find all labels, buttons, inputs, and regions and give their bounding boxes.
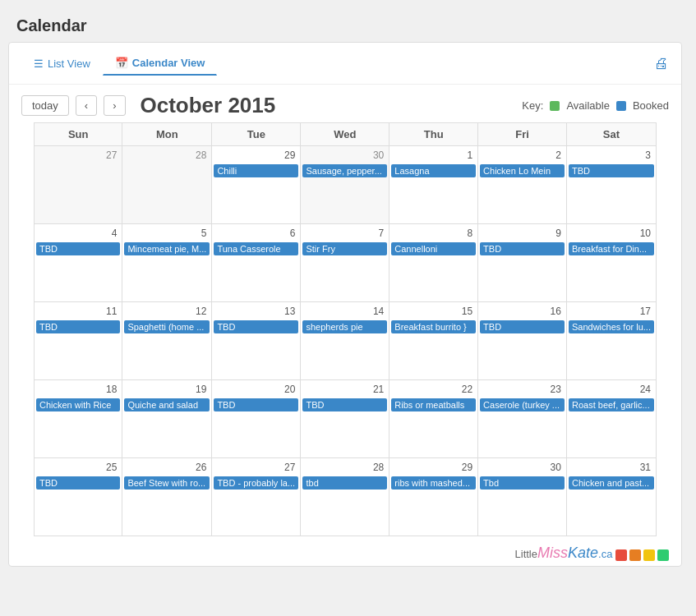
day-number: 18 — [36, 382, 120, 397]
day-number: 17 — [569, 304, 654, 319]
list-view-label: List View — [48, 57, 90, 70]
calendar-event[interactable]: TBD — [214, 398, 298, 411]
calendar-event[interactable]: TBD — [214, 320, 298, 333]
calendar-event[interactable]: Chilli — [214, 164, 298, 177]
calendar-cell: 7Stir Fry — [301, 224, 389, 302]
calendar-event[interactable]: Sandwiches for lu... — [569, 320, 654, 333]
day-number: 30 — [302, 148, 387, 163]
today-button[interactable]: today — [21, 95, 69, 116]
calendar-cell: 16TBD — [478, 302, 567, 380]
footer-icon-3 — [643, 549, 655, 561]
calendar-event[interactable]: Spaghetti (home ... — [124, 320, 210, 333]
calendar-cell: 23Caserole (turkey ... — [478, 380, 567, 458]
calendar-event[interactable]: TBD — [302, 398, 387, 411]
calendar-event[interactable]: TBD — [480, 242, 565, 255]
day-number: 20 — [214, 382, 298, 397]
print-button[interactable]: 🖨 — [654, 55, 669, 72]
day-number: 28 — [302, 460, 387, 475]
nav-bar: today ‹ › October 2015 Key: Available Bo… — [9, 85, 681, 122]
day-number: 4 — [36, 226, 120, 241]
calendar-wrapper: SunMonTueWedThuFriSat 272829Chilli30Saus… — [9, 122, 681, 536]
list-view-button[interactable]: ☰ List View — [21, 52, 103, 76]
day-number: 24 — [569, 382, 654, 397]
day-number: 14 — [302, 304, 387, 319]
day-number: 9 — [480, 226, 565, 241]
calendar-view-button[interactable]: 📅 Calendar View — [103, 51, 218, 76]
calendar-cell: 30Sausage, pepper... — [301, 146, 389, 224]
weekday-header-tue: Tue — [212, 123, 301, 146]
calendar-cell: 18Chicken with Rice — [35, 380, 122, 458]
day-number: 21 — [302, 382, 387, 397]
calendar-event[interactable]: TBD — [36, 476, 120, 490]
calendar-cell: 24Roast beef, garlic... — [566, 380, 656, 458]
day-number: 28 — [124, 148, 210, 163]
calendar-event[interactable]: Tbd — [480, 476, 565, 490]
calendar-event[interactable]: TBD — [36, 320, 120, 333]
calendar-event[interactable]: TBD — [569, 164, 654, 177]
calendar-cell: 26Beef Stew with ro... — [122, 458, 212, 536]
calendar-icon: 📅 — [115, 57, 128, 69]
weekday-header-mon: Mon — [122, 123, 212, 146]
calendar-event[interactable]: Sausage, pepper... — [302, 164, 387, 177]
calendar-event[interactable]: TBD - probably la... — [214, 476, 298, 490]
day-number: 10 — [569, 226, 654, 241]
calendar-event[interactable]: Ribs or meatballs — [391, 398, 476, 411]
calendar-event[interactable]: Tuna Casserole — [214, 242, 298, 255]
calendar-event[interactable]: Chicken and past... — [569, 476, 654, 490]
day-number: 11 — [36, 304, 120, 319]
calendar-cell: 1Lasagna — [389, 146, 478, 224]
footer-kate: Kate — [568, 545, 598, 561]
calendar-cell: 29Chilli — [212, 146, 301, 224]
day-number: 1 — [391, 148, 476, 163]
calendar-view-label: Calendar View — [132, 57, 205, 69]
calendar-event[interactable]: Caserole (turkey ... — [480, 398, 565, 411]
booked-label: Booked — [633, 99, 669, 112]
calendar-event[interactable]: TBD — [36, 242, 120, 255]
calendar-event[interactable]: TBD — [480, 320, 565, 333]
week-row-0: 272829Chilli30Sausage, pepper...1Lasagna… — [35, 146, 657, 224]
weekday-header-thu: Thu — [389, 123, 478, 146]
calendar-event[interactable]: ribs with mashed... — [391, 476, 476, 490]
booked-dot — [616, 101, 626, 111]
weekday-header-sat: Sat — [566, 123, 656, 146]
day-number: 8 — [391, 226, 476, 241]
calendar-event[interactable]: Breakfast for Din... — [569, 242, 654, 255]
calendar-cell: 10Breakfast for Din... — [566, 224, 656, 302]
calendar-event[interactable]: Lasagna — [391, 164, 476, 177]
calendar-event[interactable]: Mincemeat pie, M... — [124, 242, 210, 255]
calendar-event[interactable]: Chicken with Rice — [36, 398, 120, 411]
footer-miss: Miss — [537, 545, 568, 561]
calendar-event[interactable]: Breakfast burrito } — [391, 320, 476, 333]
calendar-event[interactable]: Beef Stew with ro... — [124, 476, 210, 490]
calendar-cell: 25TBD — [35, 458, 122, 536]
calendar-event[interactable]: Roast beef, garlic... — [569, 398, 654, 411]
prev-button[interactable]: ‹ — [76, 95, 97, 116]
calendar-event[interactable]: Stir Fry — [302, 242, 387, 255]
day-number: 2 — [480, 148, 565, 163]
week-row-4: 25TBD26Beef Stew with ro...27TBD - proba… — [35, 458, 657, 536]
calendar-cell: 12Spaghetti (home ... — [122, 302, 212, 380]
calendar-event[interactable]: shepherds pie — [302, 320, 387, 333]
day-number: 15 — [391, 304, 476, 319]
next-button[interactable]: › — [104, 95, 125, 116]
calendar-event[interactable]: Quiche and salad — [124, 398, 210, 411]
nav-left: today ‹ › October 2015 — [21, 93, 275, 118]
key-area: Key: Available Booked — [522, 99, 669, 112]
calendar-container: ☰ List View 📅 Calendar View 🖨 today ‹ › … — [8, 42, 682, 567]
calendar-cell: 28tbd — [301, 458, 389, 536]
calendar-event[interactable]: tbd — [302, 476, 387, 490]
calendar-event[interactable]: Cannelloni — [391, 242, 476, 255]
calendar-cell: 22Ribs or meatballs — [389, 380, 478, 458]
list-icon: ☰ — [34, 57, 44, 70]
footer-icon-2 — [629, 549, 641, 561]
day-number: 3 — [569, 148, 654, 163]
toolbar-left: ☰ List View 📅 Calendar View — [21, 51, 217, 76]
key-label: Key: — [522, 99, 543, 112]
calendar-event[interactable]: Chicken Lo Mein — [480, 164, 565, 177]
day-number: 16 — [480, 304, 565, 319]
day-number: 29 — [214, 148, 298, 163]
weekday-header-fri: Fri — [478, 123, 567, 146]
footer-icons — [615, 549, 669, 561]
available-dot — [550, 101, 560, 111]
day-number: 7 — [302, 226, 387, 241]
